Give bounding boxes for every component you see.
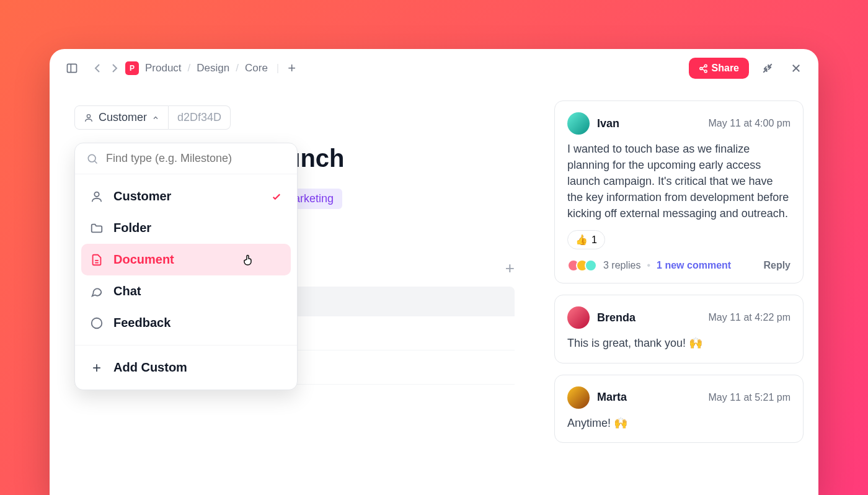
close-icon[interactable] <box>786 58 806 78</box>
comment-author: Ivan <box>597 117 619 130</box>
comment-author: Marta <box>597 391 627 404</box>
comment-timestamp: May 11 at 4:22 pm <box>708 312 790 323</box>
crumb-product[interactable]: Product <box>145 62 182 74</box>
crumb-sep: | <box>277 62 279 74</box>
forward-button[interactable] <box>112 63 118 73</box>
new-comment-link[interactable]: 1 new comment <box>657 260 731 271</box>
search-icon <box>86 153 99 165</box>
dropdown-item-label: Customer <box>113 189 171 203</box>
cursor-hand-icon <box>241 252 256 267</box>
comment-card: IvanMay 11 at 4:00 pmI wanted to touch b… <box>554 100 804 283</box>
crumb-core[interactable]: Core <box>245 62 268 74</box>
check-icon <box>271 191 282 202</box>
dropdown-search-input[interactable] <box>106 152 286 165</box>
dropdown-item-feedback[interactable]: Feedback <box>81 307 291 339</box>
minimize-icon[interactable] <box>758 58 777 78</box>
dropdown-item-folder[interactable]: Folder <box>81 212 291 244</box>
comment-author: Brenda <box>597 311 636 324</box>
svg-point-3 <box>699 67 702 69</box>
reply-button[interactable]: Reply <box>763 260 790 271</box>
sidebar-toggle-icon[interactable] <box>62 58 82 78</box>
add-crumb-button[interactable]: + <box>288 60 296 76</box>
add-custom-button[interactable]: + Add Custom <box>81 352 291 383</box>
svg-point-12 <box>94 192 99 196</box>
dropdown-footer: + Add Custom <box>75 345 297 390</box>
type-selector-row: Customer d2Df34D <box>74 105 515 130</box>
dropdown-item-label: Feedback <box>113 316 170 330</box>
crumb-design[interactable]: Design <box>197 62 229 74</box>
nav-arrows <box>94 63 118 73</box>
share-button[interactable]: Share <box>689 58 749 79</box>
avatar <box>567 386 590 409</box>
comment-header: MartaMay 11 at 5:21 pm <box>567 386 790 409</box>
svg-point-9 <box>87 114 90 117</box>
avatar <box>567 306 590 329</box>
svg-line-5 <box>702 66 704 68</box>
type-chip-label: Customer <box>99 111 147 124</box>
replies-count[interactable]: 3 replies <box>603 260 640 271</box>
avatar-stack <box>567 259 597 272</box>
crumb-sep: / <box>236 62 239 74</box>
main-content: Customer d2Df34D unch arketing + First S… <box>50 88 539 495</box>
dropdown-search <box>75 143 297 174</box>
comment-body: Anytime! 🙌 <box>567 415 790 431</box>
plus-icon: + <box>90 361 104 375</box>
type-dropdown: CustomerFolderDocumentChatFeedback + Add… <box>74 143 298 390</box>
comment-header: IvanMay 11 at 4:00 pm <box>567 112 790 135</box>
add-item-button[interactable]: + <box>505 259 515 278</box>
svg-point-2 <box>704 65 707 67</box>
type-chip[interactable]: Customer <box>74 105 169 130</box>
document-icon <box>90 253 104 267</box>
comments-panel: IvanMay 11 at 4:00 pmI wanted to touch b… <box>539 88 818 495</box>
breadcrumb: P Product / Design / Core | + <box>125 60 296 76</box>
svg-point-4 <box>704 70 707 73</box>
comment-timestamp: May 11 at 5:21 pm <box>708 392 790 403</box>
comment-body: I wanted to touch base as we finalize pl… <box>567 141 790 221</box>
back-button[interactable] <box>94 63 100 73</box>
dropdown-item-customer[interactable]: Customer <box>81 181 291 212</box>
app-window: P Product / Design / Core | + Share Cust… <box>50 49 818 495</box>
body: Customer d2Df34D unch arketing + First S… <box>50 88 818 495</box>
share-label: Share <box>712 63 739 74</box>
chat-icon <box>90 285 104 298</box>
topbar-right: Share <box>689 58 806 79</box>
crumb-sep: / <box>188 62 191 74</box>
comment-timestamp: May 11 at 4:00 pm <box>708 118 790 129</box>
comment-card: MartaMay 11 at 5:21 pmAnytime! 🙌 <box>554 375 804 443</box>
chevron-up-icon <box>152 114 159 122</box>
svg-line-11 <box>95 161 97 163</box>
add-custom-label: Add Custom <box>113 360 187 375</box>
topbar: P Product / Design / Core | + Share <box>50 49 818 88</box>
user-icon <box>90 190 104 203</box>
dropdown-item-label: Chat <box>113 284 141 298</box>
reaction-count: 1 <box>591 234 597 246</box>
svg-rect-0 <box>68 64 77 72</box>
feedback-icon <box>90 316 104 330</box>
reaction-row: 👍 1 <box>567 230 790 249</box>
comment-card: BrendaMay 11 at 4:22 pmThis is great, th… <box>554 295 804 363</box>
dropdown-list: CustomerFolderDocumentChatFeedback <box>75 174 297 345</box>
comment-body: This is great, thank you! 🙌 <box>567 335 790 351</box>
avatar <box>567 112 590 135</box>
dropdown-item-document[interactable]: Document <box>81 244 291 275</box>
reaction-pill[interactable]: 👍 1 <box>567 230 605 249</box>
comment-footer: 3 replies•1 new commentReply <box>567 259 790 272</box>
svg-line-6 <box>702 69 704 71</box>
dropdown-item-label: Folder <box>113 221 151 235</box>
comment-header: BrendaMay 11 at 4:22 pm <box>567 306 790 329</box>
dropdown-item-chat[interactable]: Chat <box>81 275 291 307</box>
dropdown-item-label: Document <box>113 252 174 267</box>
svg-point-10 <box>88 154 95 162</box>
breadcrumb-badge: P <box>125 61 139 75</box>
id-chip: d2Df34D <box>169 105 231 130</box>
folder-icon <box>90 221 104 235</box>
